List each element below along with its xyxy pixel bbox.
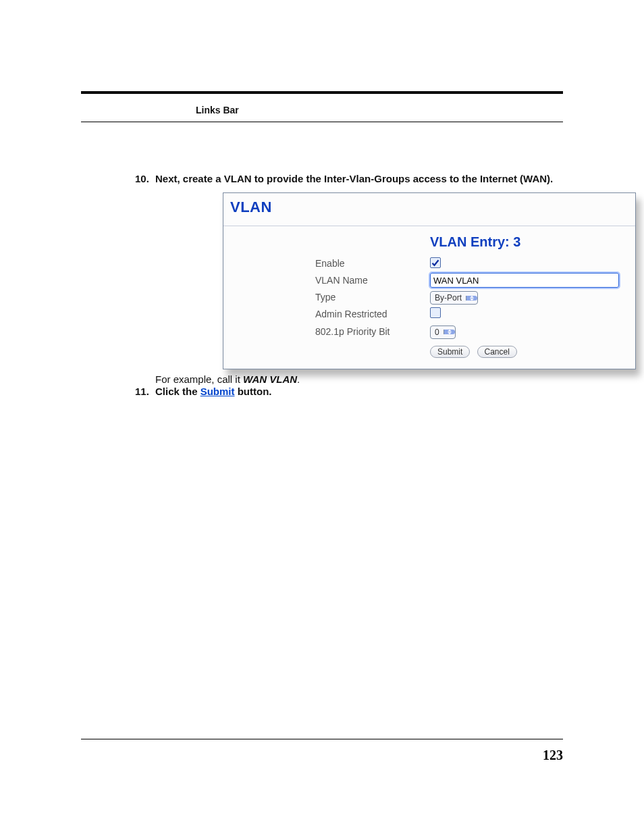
step-11: 11. Click the Submit button. [81, 385, 563, 398]
step-10-text: Next, create a VLAN to provide the Inter… [155, 173, 553, 184]
step-11-suffix: button. [235, 386, 272, 397]
label-priority: 802.1p Priority Bit [234, 325, 430, 338]
submit-link[interactable]: Submit [200, 386, 235, 397]
step-10-number: 10. [135, 172, 149, 186]
note-suffix: . [297, 373, 300, 385]
note-em: WAN VLAN [243, 373, 297, 385]
vlan-panel: VLAN VLAN Entry: 3 Enable [223, 192, 636, 369]
priority-select-value: 0 [431, 327, 444, 338]
label-enable: Enable [234, 257, 430, 270]
stepper-icon [444, 330, 455, 334]
label-type: Type [234, 291, 430, 304]
enable-checkbox[interactable] [430, 257, 441, 268]
vlan-entry-title: VLAN Entry: 3 [430, 233, 624, 251]
stepper-icon [466, 296, 477, 301]
footer-rule [81, 739, 563, 739]
page-number: 123 [543, 748, 563, 763]
priority-select[interactable]: 0 [430, 325, 456, 339]
type-select[interactable]: By-Port [430, 291, 478, 305]
header-thin-rule [81, 122, 563, 122]
header-thick-rule [81, 91, 563, 94]
step-11-number: 11. [135, 385, 149, 398]
cancel-button[interactable]: Cancel [477, 346, 517, 358]
submit-button[interactable]: Submit [430, 346, 470, 358]
note-prefix: For example, call it [155, 373, 243, 385]
vlan-name-input[interactable] [430, 273, 619, 288]
label-admin-restricted: Admin Restricted [234, 308, 430, 321]
step-10-note: For example, call it WAN VLAN. [81, 373, 563, 385]
vlan-form: VLAN Entry: 3 Enable VLAN Name [223, 229, 635, 369]
step-10: 10. Next, create a VLAN to provide the I… [81, 172, 563, 369]
header-links-bar: Links Bar [196, 105, 239, 115]
type-select-value: By-Port [431, 292, 466, 303]
step-11-prefix: Click the [155, 386, 200, 397]
label-vlan-name: VLAN Name [234, 274, 430, 287]
admin-restricted-checkbox[interactable] [430, 307, 441, 318]
vlan-panel-title: VLAN [223, 193, 635, 226]
